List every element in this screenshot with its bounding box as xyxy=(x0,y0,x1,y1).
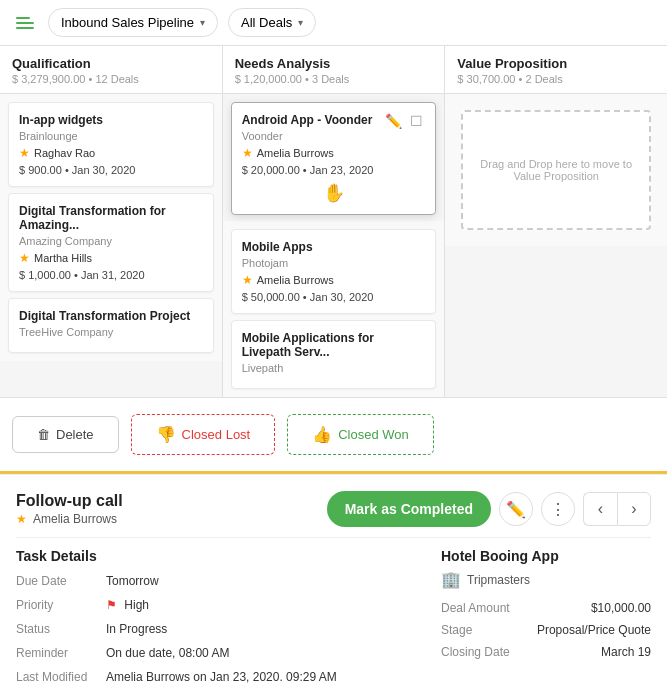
task-field-priority: Priority ⚑ High xyxy=(16,598,421,612)
deal-closing-value: March 19 xyxy=(601,645,651,659)
deal-card[interactable]: Mobile Applications for Livepath Serv...… xyxy=(231,320,437,389)
nav-arrows: ‹ › xyxy=(583,492,651,526)
deal-stage-value: Proposal/Price Quote xyxy=(537,623,651,637)
task-details-title: Task Details xyxy=(16,548,421,564)
needs-analysis-column: Needs Analysis $ 1,20,000.00 • 3 Deals A… xyxy=(223,46,446,397)
pipeline-label: Inbound Sales Pipeline xyxy=(61,15,194,30)
deal-amount: $ 50,000.00 • Jan 30, 2020 xyxy=(242,291,426,303)
pencil-icon: ✏️ xyxy=(506,500,526,519)
last-modified-value: Amelia Burrows on Jan 23, 2020. 09:29 AM xyxy=(106,670,337,684)
more-options-button[interactable]: ⋮ xyxy=(541,492,575,526)
followup-person: ★ Amelia Burrows xyxy=(16,512,327,526)
highlighted-deal-card[interactable]: Android App - Voonder Voonder ✏️ ☐ ★ Ame… xyxy=(231,102,437,215)
closed-lost-label: Closed Lost xyxy=(182,427,251,442)
deal-person: ★ Amelia Burrows xyxy=(242,146,426,160)
deal-company: Photojam xyxy=(242,257,426,269)
deal-info-amount: Deal Amount $10,000.00 xyxy=(441,601,651,615)
top-bar: Inbound Sales Pipeline ▾ All Deals ▾ xyxy=(0,0,667,46)
prev-button[interactable]: ‹ xyxy=(583,492,617,526)
priority-label: Priority xyxy=(16,598,106,612)
pipeline-dropdown[interactable]: Inbound Sales Pipeline ▾ xyxy=(48,8,218,37)
ellipsis-icon: ⋮ xyxy=(550,500,566,519)
deals-label: All Deals xyxy=(241,15,292,30)
deal-company: TreeHive Company xyxy=(19,326,203,338)
deal-person: ★ Raghav Rao xyxy=(19,146,203,160)
deal-title: Digital Transformation for Amazing... xyxy=(19,204,203,232)
edit-followup-button[interactable]: ✏️ xyxy=(499,492,533,526)
followup-title: Follow-up call xyxy=(16,492,327,510)
trash-icon: 🗑 xyxy=(37,427,50,442)
card-actions: ✏️ ☐ xyxy=(383,113,425,129)
deal-company: Livepath xyxy=(242,362,426,374)
deal-title: In-app widgets xyxy=(19,113,203,127)
status-label: Status xyxy=(16,622,106,636)
delete-label: Delete xyxy=(56,427,94,442)
deal-stage-label: Stage xyxy=(441,623,472,637)
star-icon: ★ xyxy=(242,273,253,287)
deal-title: Mobile Apps xyxy=(242,240,426,254)
flag-icon: ⚑ xyxy=(106,598,117,612)
edit-card-button[interactable]: ✏️ xyxy=(383,113,404,129)
drag-cursor-icon: ✋ xyxy=(242,182,426,204)
deal-title: Mobile Applications for Livepath Serv... xyxy=(242,331,426,359)
needs-analysis-title: Needs Analysis xyxy=(235,56,433,71)
deal-amount: $ 900.00 • Jan 30, 2020 xyxy=(19,164,203,176)
deals-dropdown[interactable]: All Deals ▾ xyxy=(228,8,316,37)
action-row: 🗑 Delete 👎 Closed Lost 👍 Closed Won xyxy=(0,398,667,474)
deal-title: Android App - Voonder xyxy=(242,113,373,127)
reminder-value: On due date, 08:00 AM xyxy=(106,646,229,660)
thumbs-up-icon: 👍 xyxy=(312,425,332,444)
next-button[interactable]: › xyxy=(617,492,651,526)
deal-info-closing: Closing Date March 19 xyxy=(441,645,651,659)
building-icon: 🏢 xyxy=(441,570,461,589)
followup-header: Follow-up call ★ Amelia Burrows Mark as … xyxy=(16,491,651,527)
needs-analysis-meta: $ 1,20,000.00 • 3 Deals xyxy=(235,73,433,85)
needs-analysis-header: Needs Analysis $ 1,20,000.00 • 3 Deals xyxy=(223,46,445,94)
star-icon: ★ xyxy=(19,146,30,160)
task-details-right: Hotel Booing App 🏢 Tripmasters Deal Amou… xyxy=(441,548,651,685)
followup-section: Follow-up call ★ Amelia Burrows Mark as … xyxy=(0,474,667,685)
qualification-column: Qualification $ 3,279,900.00 • 12 Deals … xyxy=(0,46,223,397)
menu-icon[interactable] xyxy=(12,13,38,33)
deal-title: Digital Transformation Project xyxy=(19,309,203,323)
value-proposition-header: Value Proposition $ 30,700.00 • 2 Deals xyxy=(445,46,667,94)
task-details-left: Task Details Due Date Tomorrow Priority … xyxy=(16,548,421,685)
drag-drop-area: Drag and Drop here to move to Value Prop… xyxy=(461,110,651,230)
delete-button[interactable]: 🗑 Delete xyxy=(12,416,119,453)
deal-company: Amazing Company xyxy=(19,235,203,247)
deal-card[interactable]: In-app widgets Brainlounge ★ Raghav Rao … xyxy=(8,102,214,187)
task-field-last-modified: Last Modified Amelia Burrows on Jan 23, … xyxy=(16,670,421,684)
deal-info-company: 🏢 Tripmasters xyxy=(441,570,651,589)
mark-completed-button[interactable]: Mark as Completed xyxy=(327,491,491,527)
pipeline-chevron-icon: ▾ xyxy=(200,17,205,28)
deal-card[interactable]: Digital Transformation for Amazing... Am… xyxy=(8,193,214,292)
status-value: In Progress xyxy=(106,622,167,636)
closed-won-label: Closed Won xyxy=(338,427,409,442)
qualification-cards: In-app widgets Brainlounge ★ Raghav Rao … xyxy=(0,94,222,361)
due-date-value: Tomorrow xyxy=(106,574,159,588)
star-icon: ★ xyxy=(16,512,27,526)
followup-left: Follow-up call ★ Amelia Burrows xyxy=(16,492,327,526)
deals-chevron-icon: ▾ xyxy=(298,17,303,28)
task-field-due-date: Due Date Tomorrow xyxy=(16,574,421,588)
value-proposition-cards: Drag and Drop here to move to Value Prop… xyxy=(445,94,667,246)
value-proposition-column: Value Proposition $ 30,700.00 • 2 Deals … xyxy=(445,46,667,397)
deal-amount-value: $10,000.00 xyxy=(591,601,651,615)
value-proposition-meta: $ 30,700.00 • 2 Deals xyxy=(457,73,655,85)
deal-card[interactable]: Digital Transformation Project TreeHive … xyxy=(8,298,214,353)
reminder-label: Reminder xyxy=(16,646,106,660)
star-icon: ★ xyxy=(242,146,253,160)
expand-card-button[interactable]: ☐ xyxy=(408,113,425,129)
closed-lost-button[interactable]: 👎 Closed Lost xyxy=(131,414,276,455)
deal-card[interactable]: Mobile Apps Photojam ★ Amelia Burrows $ … xyxy=(231,229,437,314)
deal-amount: $ 1,000.00 • Jan 31, 2020 xyxy=(19,269,203,281)
priority-value: ⚑ High xyxy=(106,598,149,612)
deal-info-name: Hotel Booing App xyxy=(441,548,651,564)
deal-company: Brainlounge xyxy=(19,130,203,142)
deal-person: ★ Amelia Burrows xyxy=(242,273,426,287)
task-field-status: Status In Progress xyxy=(16,622,421,636)
value-proposition-title: Value Proposition xyxy=(457,56,655,71)
deal-amount: $ 20,000.00 • Jan 23, 2020 xyxy=(242,164,426,176)
closed-won-button[interactable]: 👍 Closed Won xyxy=(287,414,434,455)
deal-closing-label: Closing Date xyxy=(441,645,510,659)
